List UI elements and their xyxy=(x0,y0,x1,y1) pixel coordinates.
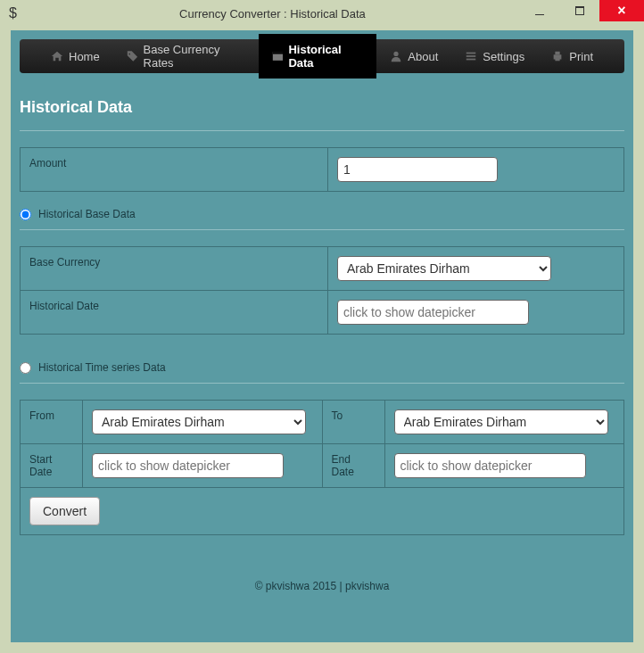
end-date-label: End Date xyxy=(322,444,384,488)
amount-section: Amount xyxy=(20,147,624,192)
radio-series-label: Historical Time series Data xyxy=(38,361,166,374)
amount-input[interactable] xyxy=(337,157,498,182)
start-date-label: Start Date xyxy=(21,444,83,488)
window-title: Currency Converter : Historical Data xyxy=(26,7,519,21)
menu-base-rates[interactable]: Base Currency Rates xyxy=(113,34,259,79)
svg-rect-5 xyxy=(466,59,476,61)
radio-timeseries-data[interactable] xyxy=(20,362,31,374)
svg-rect-8 xyxy=(556,58,560,62)
menu-settings[interactable]: Settings xyxy=(451,41,538,72)
base-section: Base Currency Arab Emirates Dirham Histo… xyxy=(20,246,624,335)
svg-point-2 xyxy=(394,52,399,56)
to-cell: Arab Emirates Dirham xyxy=(384,401,624,444)
radio-base-label: Historical Base Data xyxy=(38,208,136,220)
radio-series-row: Historical Time series Data xyxy=(20,361,624,374)
table-row: Base Currency Arab Emirates Dirham xyxy=(21,247,624,291)
menu-base-rates-label: Base Currency Rates xyxy=(144,43,245,70)
base-currency-cell: Arab Emirates Dirham xyxy=(328,247,624,291)
svg-rect-7 xyxy=(556,52,560,55)
print-icon xyxy=(551,50,564,62)
end-date-cell xyxy=(384,444,624,488)
app-icon: $ xyxy=(9,5,17,21)
menubar: Home Base Currency Rates Historical Data… xyxy=(20,39,624,73)
page-title: Historical Data xyxy=(20,98,624,117)
app-body: Home Base Currency Rates Historical Data… xyxy=(11,30,633,642)
divider xyxy=(20,383,624,384)
person-icon xyxy=(390,50,402,62)
footer-text: © pkvishwa 2015 | pkvishwa xyxy=(20,580,624,592)
amount-label: Amount xyxy=(21,148,328,192)
historical-date-cell xyxy=(328,291,624,335)
start-date-cell xyxy=(83,444,323,488)
menu-home-label: Home xyxy=(69,50,100,63)
base-currency-label: Base Currency xyxy=(21,247,328,291)
historical-date-input[interactable] xyxy=(337,300,529,325)
convert-section: Convert xyxy=(20,488,624,535)
calendar-icon xyxy=(272,50,284,62)
historical-date-label: Historical Date xyxy=(21,291,328,335)
window-controls: × xyxy=(519,0,644,27)
to-label: To xyxy=(322,401,384,444)
radio-base-row: Historical Base Data xyxy=(20,208,624,220)
tag-icon xyxy=(127,50,138,62)
minimize-button[interactable] xyxy=(519,0,559,21)
radio-base-data[interactable] xyxy=(20,209,31,220)
start-date-input[interactable] xyxy=(92,453,284,478)
divider xyxy=(20,229,624,230)
table-row: Convert xyxy=(21,488,624,535)
table-row: From Arab Emirates Dirham To Arab Emirat… xyxy=(21,401,624,444)
maximize-button[interactable] xyxy=(559,0,599,21)
menu-print[interactable]: Print xyxy=(538,41,607,72)
table-row: Start Date End Date xyxy=(21,444,624,488)
base-currency-select[interactable]: Arab Emirates Dirham xyxy=(337,256,551,281)
menu-settings-label: Settings xyxy=(483,50,524,63)
divider xyxy=(20,130,624,131)
window-titlebar: $ Currency Converter : Historical Data × xyxy=(0,0,644,27)
svg-rect-3 xyxy=(466,53,476,54)
svg-rect-4 xyxy=(466,55,476,57)
table-row: Amount xyxy=(21,148,624,192)
close-button[interactable]: × xyxy=(599,0,644,21)
to-currency-select[interactable]: Arab Emirates Dirham xyxy=(394,409,608,434)
menu-historical[interactable]: Historical Data xyxy=(259,34,377,79)
end-date-input[interactable] xyxy=(394,453,586,478)
from-label: From xyxy=(21,401,83,444)
svg-rect-1 xyxy=(272,52,282,54)
menu-historical-label: Historical Data xyxy=(288,43,363,70)
convert-button[interactable]: Convert xyxy=(29,497,100,525)
menu-about[interactable]: About xyxy=(376,41,451,72)
menu-print-label: Print xyxy=(569,50,593,63)
from-cell: Arab Emirates Dirham xyxy=(83,401,323,444)
list-icon xyxy=(465,50,477,62)
menu-about-label: About xyxy=(408,50,438,63)
from-currency-select[interactable]: Arab Emirates Dirham xyxy=(92,409,306,434)
amount-cell xyxy=(328,148,624,192)
convert-cell: Convert xyxy=(21,488,624,535)
series-section: From Arab Emirates Dirham To Arab Emirat… xyxy=(20,400,624,488)
home-icon xyxy=(51,50,63,62)
table-row: Historical Date xyxy=(21,291,624,335)
menu-home[interactable]: Home xyxy=(37,41,113,72)
